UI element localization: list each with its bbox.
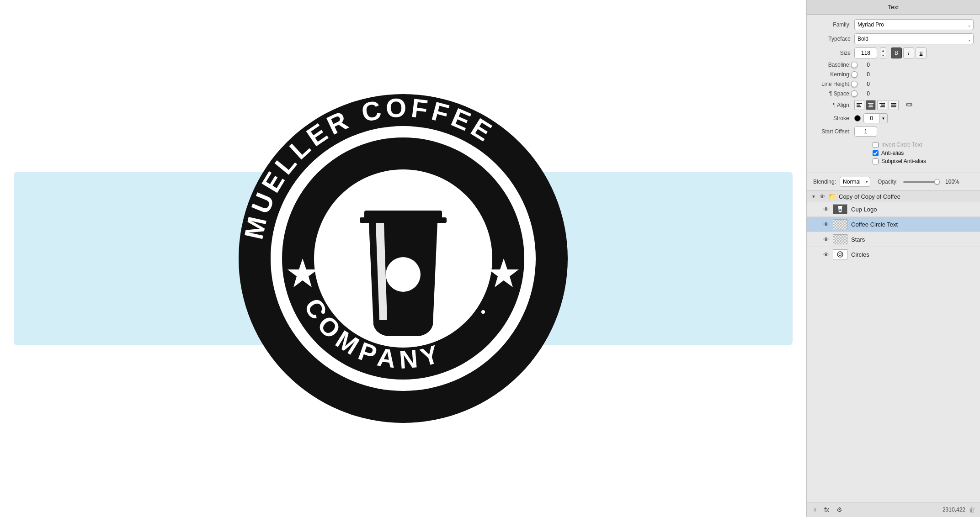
- cup-logo-eye-icon[interactable]: 👁: [823, 206, 829, 213]
- size-row-inner: ▲ ▼ B i u: [854, 47, 927, 58]
- family-row: Family: Myriad Pro: [813, 19, 974, 30]
- svg-rect-24: [891, 106, 896, 107]
- coffee-circle-thumbnail: [833, 219, 847, 229]
- kerning-label: Kerning:: [813, 71, 854, 78]
- space-slider-row: 0: [854, 90, 870, 97]
- align-left-button[interactable]: [854, 100, 864, 110]
- size-increment-btn[interactable]: ▲: [880, 48, 886, 53]
- logo-container: MUELLER COFFEE COMPANY: [232, 87, 575, 430]
- layer-item-stars[interactable]: 👁 Stars: [807, 232, 980, 247]
- svg-rect-14: [857, 105, 860, 106]
- format-buttons: B i u: [891, 47, 927, 58]
- layer-coordinates: 2310,422: [943, 506, 965, 513]
- opacity-slider[interactable]: [903, 181, 940, 183]
- svg-rect-5: [360, 217, 447, 223]
- baseline-control: 0: [854, 62, 974, 68]
- italic-button[interactable]: i: [903, 47, 914, 58]
- stroke-value-input[interactable]: [863, 113, 879, 123]
- baseline-slider-row: 0: [854, 62, 870, 68]
- anti-alias-label: Anti-alias: [881, 150, 904, 156]
- stroke-value-wrapper: ▼: [863, 113, 888, 123]
- stroke-color-dot[interactable]: [854, 115, 861, 121]
- anti-alias-checkbox[interactable]: [873, 150, 879, 156]
- bold-button[interactable]: B: [891, 47, 902, 58]
- stroke-dropdown-button[interactable]: ▼: [879, 113, 888, 123]
- anti-alias-checkbox-row: Anti-alias: [873, 150, 974, 156]
- space-row: ¶ Space: 0: [813, 90, 974, 97]
- family-select-wrapper[interactable]: Myriad Pro: [854, 19, 974, 30]
- align-label: ¶ Align:: [813, 102, 854, 108]
- svg-rect-16: [868, 103, 873, 104]
- lineheight-row: Line Height: 0: [813, 81, 974, 87]
- group-eye-icon[interactable]: 👁: [820, 193, 826, 200]
- layer-item-coffee-circle-text[interactable]: 👁 Coffee Circle Text: [807, 217, 980, 232]
- lineheight-control: 0: [854, 81, 974, 87]
- space-label: ¶ Space:: [813, 90, 854, 97]
- svg-point-28: [839, 253, 842, 256]
- collapse-arrow-icon[interactable]: ▼: [811, 194, 817, 199]
- lineheight-slider-thumb[interactable]: [851, 81, 858, 87]
- fx-button[interactable]: fx: [822, 505, 831, 514]
- text-properties-panel: Family: Myriad Pro Typeface Bold: [807, 15, 980, 173]
- opacity-slider-thumb[interactable]: [934, 179, 940, 185]
- typeface-control: Bold: [854, 33, 974, 44]
- align-buttons: [854, 100, 899, 110]
- layer-item-cup-logo[interactable]: 👁 Cup Logo: [807, 202, 980, 217]
- svg-rect-20: [881, 105, 885, 106]
- family-select[interactable]: Myriad Pro: [854, 19, 974, 30]
- cup-logo-name: Cup Logo: [851, 206, 975, 213]
- kerning-slider-thumb[interactable]: [851, 71, 858, 78]
- svg-rect-13: [857, 103, 862, 104]
- baseline-slider-thumb[interactable]: [851, 62, 858, 68]
- layer-group-header[interactable]: ▼ 👁 📁 Copy of Copy of Coffee: [807, 191, 980, 202]
- svg-point-6: [386, 257, 421, 292]
- cup-logo-thumbnail: [833, 204, 847, 214]
- svg-rect-25: [838, 206, 842, 207]
- circles-eye-icon[interactable]: 👁: [823, 251, 829, 258]
- size-label: Size: [813, 50, 854, 56]
- svg-rect-19: [879, 103, 885, 104]
- link-icon[interactable]: [905, 101, 913, 109]
- canvas-area: MUELLER COFFEE COMPANY: [0, 0, 806, 517]
- align-row: ¶ Align:: [813, 100, 974, 110]
- space-slider-thumb[interactable]: [851, 90, 858, 97]
- svg-point-12: [481, 310, 485, 314]
- kerning-value: 0: [857, 71, 870, 78]
- subpixel-checkbox[interactable]: [873, 158, 879, 164]
- align-justify-button[interactable]: [889, 100, 899, 110]
- start-offset-input[interactable]: [854, 127, 877, 137]
- blending-select-wrapper[interactable]: Normal: [840, 177, 870, 187]
- size-decrement-btn[interactable]: ▼: [880, 53, 886, 58]
- blending-select[interactable]: Normal: [840, 177, 870, 187]
- settings-button[interactable]: ⚙: [835, 505, 844, 514]
- typeface-select-wrapper[interactable]: Bold: [854, 33, 974, 44]
- baseline-label: Baseline:: [813, 62, 854, 68]
- opacity-label: Opacity:: [878, 179, 898, 185]
- space-value: 0: [857, 90, 870, 97]
- size-row: Size ▲ ▼ B i u: [813, 47, 974, 58]
- delete-layer-button[interactable]: 🗑: [969, 506, 975, 513]
- add-layer-button[interactable]: +: [811, 505, 819, 514]
- start-offset-control: [854, 127, 974, 137]
- size-stepper[interactable]: ▲ ▼: [880, 47, 886, 58]
- size-input[interactable]: [854, 47, 877, 58]
- family-control: Myriad Pro: [854, 19, 974, 30]
- folder-icon: 📁: [828, 193, 836, 200]
- blending-label: Blending:: [813, 179, 836, 185]
- align-right-button[interactable]: [877, 100, 887, 110]
- layers-spacer: [807, 262, 980, 502]
- align-center-button[interactable]: [866, 100, 876, 110]
- family-label: Family:: [813, 21, 854, 28]
- kerning-slider-row: 0: [854, 71, 870, 78]
- stroke-label: Stroke:: [813, 115, 854, 121]
- underline-button[interactable]: u: [916, 47, 927, 58]
- typeface-row: Typeface Bold: [813, 33, 974, 44]
- svg-point-26: [839, 209, 841, 211]
- typeface-select[interactable]: Bold: [854, 33, 974, 44]
- subpixel-checkbox-row: Subpixel Anti-alias: [873, 158, 974, 164]
- kerning-control: 0: [854, 71, 974, 78]
- invert-circle-checkbox[interactable]: [873, 142, 879, 148]
- stars-eye-icon[interactable]: 👁: [823, 236, 829, 243]
- coffee-circle-eye-icon[interactable]: 👁: [823, 221, 829, 228]
- layer-item-circles[interactable]: 👁 Circles: [807, 247, 980, 262]
